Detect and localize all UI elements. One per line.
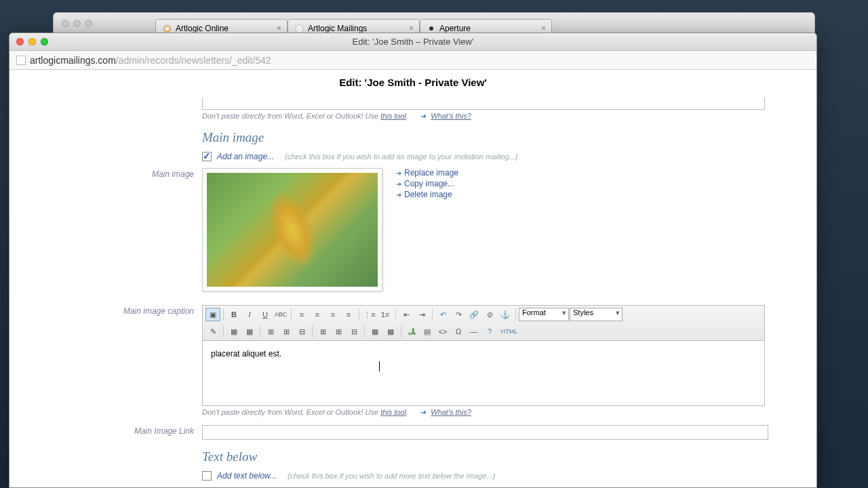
url-host: artlogicmailings.com [30, 55, 116, 66]
copy-image-link[interactable]: ➜Copy image... [396, 179, 458, 188]
code-button[interactable]: <> [435, 325, 450, 338]
align-center-button[interactable]: ≡ [310, 308, 325, 321]
rte-editor[interactable]: placerat aliquet est. [202, 341, 765, 406]
html-source-button[interactable]: HTML [498, 325, 521, 338]
rte-toolbar: ▣ B I U ABC ≡ ≡ ≡ ≡ ⋮≡ 1≡ ⇤ ⇥ [202, 305, 765, 341]
bold-button[interactable]: B [226, 308, 241, 321]
modal-titlebar[interactable]: Edit: 'Joe Smith – Private View' [9, 33, 816, 51]
hr-button[interactable]: — [467, 325, 481, 338]
table-button[interactable]: ▦ [226, 325, 241, 338]
add-image-hint: (check this box if you wish to add an im… [285, 152, 518, 161]
favicon-icon [163, 24, 172, 33]
arrow-icon: ➜ [396, 169, 401, 177]
tab-label: Aperture [439, 24, 471, 33]
paste-hint-2: Don't paste directly from Word, Excel or… [202, 408, 784, 417]
this-tool-link[interactable]: this tool [380, 408, 406, 416]
tab-close-icon[interactable]: × [409, 24, 414, 33]
arrow-icon: ➜ [396, 191, 401, 199]
row-before-button[interactable]: ⊞ [263, 325, 278, 338]
anchor-button[interactable]: ⚓ [498, 308, 513, 321]
address-bar[interactable]: artlogicmailings.com/admin/records/newsl… [9, 51, 816, 70]
align-right-button[interactable]: ≡ [326, 308, 340, 321]
add-image-checkbox-row: Add an image... (check this box if you w… [202, 152, 784, 161]
image-thumbnail [207, 173, 378, 287]
url-path: /admin/records/newsletters/_edit/542 [116, 55, 271, 66]
arrow-icon: ➜ [420, 112, 426, 120]
col-after-button[interactable]: ⊞ [331, 325, 346, 338]
tab-label: Artlogic Mailings [308, 24, 367, 33]
split-cells-button[interactable]: ▦ [383, 325, 398, 338]
table-props-button[interactable]: ▦ [242, 325, 257, 338]
styles-select[interactable]: Styles [570, 308, 623, 321]
add-text-label[interactable]: Add text below... [217, 471, 277, 481]
align-left-button[interactable]: ≡ [294, 308, 309, 321]
add-text-hint: (check this box if you wish to add more … [288, 472, 495, 480]
whats-this-link[interactable]: What's this? [431, 112, 471, 120]
fullscreen-button[interactable]: ▣ [205, 308, 220, 321]
form-content: Don't paste directly from Word, Excel or… [42, 98, 784, 487]
page-icon [16, 56, 26, 65]
section-text-below: Text below [202, 449, 784, 464]
insert-media-button[interactable]: ▤ [420, 325, 435, 338]
url-text: artlogicmailings.com/admin/records/newsl… [30, 55, 271, 66]
tab-close-icon[interactable]: × [277, 24, 281, 33]
tab-close-icon[interactable]: × [541, 24, 546, 33]
merge-cells-button[interactable]: ▦ [368, 325, 382, 338]
tab-label: Artlogic Online [176, 24, 229, 33]
main-image-link-label: Main Image Link [42, 425, 202, 440]
modal-title: Edit: 'Joe Smith – Private View' [9, 37, 816, 47]
bullet-list-button[interactable]: ⋮≡ [362, 308, 377, 321]
help-button[interactable]: ? [482, 325, 497, 338]
indent-button[interactable]: ⇥ [414, 308, 429, 321]
strikethrough-button[interactable]: ABC [273, 308, 288, 321]
align-justify-button[interactable]: ≡ [341, 308, 356, 321]
replace-image-link[interactable]: ➜Replace image [396, 168, 458, 178]
text-cursor-icon [379, 361, 380, 371]
col-before-button[interactable]: ⊞ [315, 325, 330, 338]
previous-field-input[interactable] [202, 98, 765, 110]
this-tool-link[interactable]: this tool [380, 112, 406, 120]
redo-button[interactable]: ↷ [451, 308, 466, 321]
undo-button[interactable]: ↶ [435, 308, 450, 321]
add-image-checkbox[interactable] [202, 152, 212, 161]
section-main-image: Main image [202, 130, 784, 145]
numbered-list-button[interactable]: 1≡ [378, 308, 393, 321]
edit-button[interactable]: ✎ [205, 325, 220, 338]
delete-image-link[interactable]: ➜Delete image [396, 190, 458, 199]
col-delete-button[interactable]: ⊟ [347, 325, 361, 338]
main-image-label: Main image [42, 168, 202, 291]
main-image-caption-label: Main image caption [42, 305, 202, 417]
bg-minimize-icon [73, 20, 81, 27]
add-image-label[interactable]: Add an image... [217, 152, 274, 161]
main-image-preview[interactable] [202, 168, 382, 291]
outdent-button[interactable]: ⇤ [399, 308, 414, 321]
format-select[interactable]: Format [519, 308, 569, 321]
flower-graphic [259, 184, 325, 274]
insert-image-button[interactable]: 🏞 [404, 325, 419, 338]
favicon-icon [429, 26, 433, 30]
image-actions: ➜Replace image ➜Copy image... ➜Delete im… [396, 168, 458, 291]
row-delete-button[interactable]: ⊟ [294, 325, 309, 338]
arrow-icon: ➜ [396, 180, 401, 188]
paste-hint: Don't paste directly from Word, Excel or… [202, 112, 784, 121]
page-heading: Edit: 'Joe Smith - Private View' [9, 70, 816, 95]
italic-button[interactable]: I [242, 308, 257, 321]
bg-zoom-icon [85, 20, 92, 27]
bg-close-icon [62, 20, 69, 27]
arrow-icon: ➜ [420, 408, 426, 416]
rte-content: placerat aliquet est. [211, 349, 281, 359]
underline-button[interactable]: U [258, 308, 273, 321]
main-image-link-input[interactable] [202, 425, 768, 440]
link-button[interactable]: 🔗 [467, 308, 481, 321]
add-text-checkbox[interactable] [202, 471, 212, 481]
row-after-button[interactable]: ⊞ [279, 325, 294, 338]
special-char-button[interactable]: Ω [451, 325, 466, 338]
favicon-icon [295, 24, 304, 33]
unlink-button[interactable]: ⊘ [482, 308, 497, 321]
whats-this-link[interactable]: What's this? [431, 408, 471, 416]
add-text-checkbox-row: Add text below... (check this box if you… [202, 471, 784, 481]
edit-modal-window: Edit: 'Joe Smith – Private View' artlogi… [9, 33, 817, 488]
